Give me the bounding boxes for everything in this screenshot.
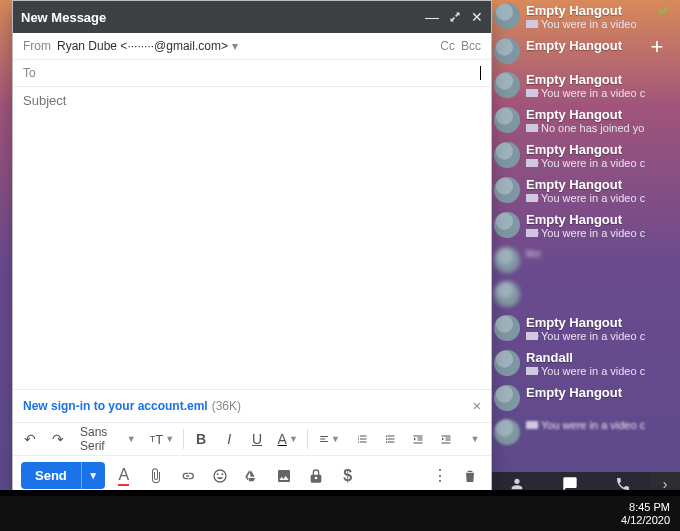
system-clock[interactable]: 8:45 PM 4/12/2020 — [621, 501, 670, 527]
camera-icon — [526, 20, 538, 28]
minimize-button[interactable]: — — [425, 9, 439, 25]
discard-draft-button[interactable] — [457, 463, 483, 489]
more-options-button[interactable]: ⋮ — [427, 463, 453, 489]
hangout-subtitle: You were in a video c — [541, 157, 645, 169]
hangout-subtitle: You were in a video c — [541, 227, 645, 239]
hangout-item[interactable]: You were in a video c — [490, 416, 675, 450]
indent-less-button[interactable] — [407, 427, 429, 451]
avatar — [494, 212, 520, 238]
text-color-button[interactable]: A▼ — [274, 427, 301, 451]
bold-button[interactable]: B — [190, 427, 212, 451]
insert-emoji-button[interactable] — [207, 463, 233, 489]
hangout-item[interactable]: Empty Hangout You were in a video c — [490, 209, 675, 244]
to-row: To — [13, 60, 491, 87]
text-format-button[interactable]: A — [111, 463, 137, 489]
attachment-name[interactable]: New sign-in to your account.eml — [23, 399, 208, 413]
camera-icon — [526, 159, 538, 167]
avatar — [494, 350, 520, 376]
undo-button[interactable]: ↶ — [19, 427, 41, 451]
hangout-title: Empty Hangout — [526, 177, 671, 192]
avatar — [494, 315, 520, 341]
avatar — [494, 177, 520, 203]
send-options-button[interactable]: ▼ — [81, 462, 105, 489]
compose-title: New Message — [21, 10, 106, 25]
send-button[interactable]: Send — [21, 462, 81, 489]
to-label: To — [23, 66, 36, 80]
indent-more-button[interactable] — [435, 427, 457, 451]
hangout-item[interactable]: Randall You were in a video c — [490, 347, 675, 382]
camera-icon — [526, 332, 538, 340]
format-toolbar: ↶ ↷ Sans Serif▼ TT▼ B I U A▼ ▼ ▼ — [13, 422, 491, 455]
underline-button[interactable]: U — [246, 427, 268, 451]
clock-date: 4/12/2020 — [621, 514, 670, 527]
compose-header[interactable]: New Message — ✕ — [13, 1, 491, 33]
expand-button[interactable] — [449, 11, 461, 23]
insert-drive-button[interactable] — [239, 463, 265, 489]
hangout-item[interactable]: Empty Hangout You were in a video — [490, 0, 675, 35]
to-input[interactable] — [42, 66, 478, 80]
font-size-select[interactable]: TT▼ — [147, 427, 178, 451]
camera-icon — [526, 124, 538, 132]
hangout-subtitle: You were in a video c — [541, 419, 645, 431]
hangout-item[interactable]: Empty Hangout You were in a video c — [490, 139, 675, 174]
insert-photo-button[interactable] — [271, 463, 297, 489]
hangout-subtitle: You were in a video c — [541, 330, 645, 342]
bullet-list-button[interactable] — [379, 427, 401, 451]
close-button[interactable]: ✕ — [471, 9, 483, 25]
cc-button[interactable]: Cc — [440, 39, 455, 53]
hangout-title: Empty Hangout — [526, 212, 671, 227]
clock-time: 8:45 PM — [621, 501, 670, 514]
message-body[interactable] — [13, 114, 491, 389]
text-cursor — [480, 66, 481, 80]
italic-button[interactable]: I — [218, 427, 240, 451]
hangout-item[interactable]: Empty Hangout You were in a video c — [490, 174, 675, 209]
hangout-item[interactable]: Empty Hangout You were in a video c — [490, 69, 675, 104]
hangouts-panel: + Empty Hangout You were in a video Empt… — [490, 0, 675, 490]
camera-icon — [526, 229, 538, 237]
align-button[interactable]: ▼ — [314, 427, 345, 451]
hangout-item[interactable]: Empty Hangout — [490, 382, 675, 416]
font-family-select[interactable]: Sans Serif▼ — [75, 427, 141, 451]
hangout-title: Empty Hangout — [526, 107, 671, 122]
confidential-mode-button[interactable] — [303, 463, 329, 489]
bcc-button[interactable]: Bcc — [461, 39, 481, 53]
hangout-subtitle: You were in a video — [541, 18, 637, 30]
hangout-subtitle: leo — [526, 247, 541, 259]
attach-file-button[interactable] — [143, 463, 169, 489]
windows-taskbar[interactable]: 8:45 PM 4/12/2020 — [0, 496, 680, 531]
redo-button[interactable]: ↷ — [47, 427, 69, 451]
hangout-title: Empty Hangout — [526, 142, 671, 157]
insert-money-button[interactable]: $ — [335, 463, 361, 489]
hangout-item[interactable]: leo — [490, 244, 675, 278]
avatar — [494, 281, 520, 307]
hangout-subtitle: You were in a video c — [541, 365, 645, 377]
more-format-button[interactable]: ▼ — [463, 427, 485, 451]
subject-row — [13, 87, 491, 114]
from-row[interactable]: From Ryan Dube <········@gmail.com> ▾ Cc… — [13, 33, 491, 60]
from-label: From — [23, 39, 51, 53]
avatar — [494, 38, 520, 64]
avatar — [494, 72, 520, 98]
from-dropdown-icon[interactable]: ▾ — [232, 39, 238, 53]
insert-link-button[interactable] — [175, 463, 201, 489]
numbered-list-button[interactable] — [351, 427, 373, 451]
hangout-subtitle: You were in a video c — [541, 87, 645, 99]
camera-icon — [526, 89, 538, 97]
subject-input[interactable] — [23, 93, 481, 108]
hangout-title: Randall — [526, 350, 671, 365]
remove-attachment-button[interactable]: × — [473, 398, 481, 414]
hangout-title: Empty Hangout — [526, 385, 671, 400]
avatar — [494, 107, 520, 133]
hangout-title: Empty Hangout — [526, 315, 671, 330]
avatar — [494, 385, 520, 411]
hangout-item[interactable]: Empty Hangout You were in a video c — [490, 312, 675, 347]
add-hangout-button[interactable]: + — [645, 36, 669, 60]
hangout-item[interactable]: Empty Hangout No one has joined yo — [490, 104, 675, 139]
hangout-item[interactable] — [490, 278, 675, 312]
attachment-size: (36K) — [212, 399, 241, 413]
avatar — [494, 247, 520, 273]
compose-actions: Send ▼ A $ ⋮ — [13, 455, 491, 495]
camera-icon — [526, 367, 538, 375]
check-icon — [655, 2, 671, 18]
separator — [307, 429, 308, 449]
